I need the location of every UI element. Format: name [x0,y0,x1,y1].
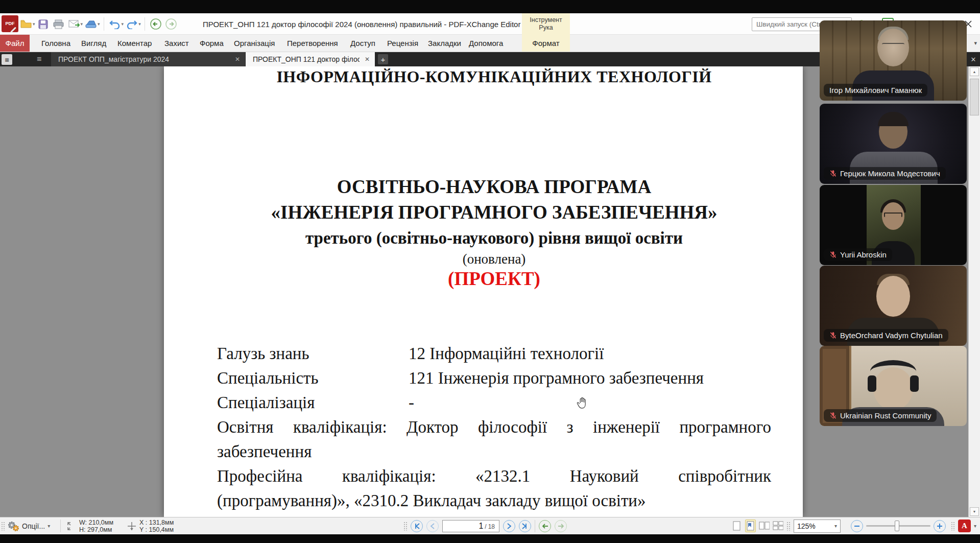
page-separator: / [485,523,486,530]
tabbar-close-icon[interactable]: ✕ [967,52,979,66]
doc-draft-label: (ПРОЕКТ) [217,268,771,290]
menu-organize[interactable]: Організація [231,35,278,52]
first-page-button[interactable] [411,520,423,532]
undo-dropdown-icon[interactable]: ▾ [122,21,124,27]
statusbar-separator [535,520,535,532]
zoom-dropdown-icon: ▾ [834,523,837,529]
zoom-out-button[interactable] [851,520,863,532]
quick-access-toolbar: ▾ ▾ ▾ ▾ ▾ [18,13,179,35]
tab-close-icon[interactable]: ✕ [360,56,370,63]
tab-label: ПРОЕКТ_ОНП 121 доктор філософії 2024 (он… [253,55,360,63]
redo-icon[interactable] [125,17,138,31]
zoom-in-button[interactable] [934,520,946,532]
history-back-icon[interactable] [149,17,162,31]
toolbar-chevron-icon[interactable]: ▾ [974,40,977,46]
current-page-value: 1 [479,522,483,531]
menu-convert[interactable]: Перетворення [284,35,341,52]
menu-bookmarks[interactable]: Закладки [425,35,464,52]
tab-proekt-opp[interactable]: ПРОЕКТ ОПП_магістратури 2024 ✕ [51,52,245,66]
two-page-continuous-view-icon[interactable] [773,520,783,532]
zoom-slider[interactable] [866,525,930,527]
menu-protect[interactable]: Захист [161,35,192,52]
next-page-button[interactable] [503,520,515,532]
menu-format[interactable]: Формат [522,35,570,52]
muted-mic-icon [829,170,837,177]
vertical-scrollbar[interactable]: ▲ ▼ [968,66,980,517]
options-dropdown-icon: ▾ [47,523,50,529]
scanner-icon[interactable] [84,17,98,31]
continuous-view-icon[interactable] [745,520,756,532]
active-tool-badge: Інструмент Рука [522,13,570,35]
active-tool-line2: Рука [539,24,553,32]
new-tab-button[interactable]: + [378,54,388,64]
participant-name: Yurii Abroskin [840,250,887,259]
menu-home[interactable]: Головна [38,35,74,52]
participant-name: ByteOrchard Vadym Chytulian [840,331,943,340]
email-icon[interactable] [67,17,81,31]
scrollbar-thumb[interactable] [970,79,979,115]
doc-prof-qualification-line2: (програмування)», «2310.2 Викладач закла… [217,491,771,510]
doc-updated-note: (оновлена) [217,251,771,267]
menu-form[interactable]: Форма [197,35,227,52]
letterbox-bottom [0,534,980,543]
field-value: 12 Інформаційні технології [409,344,604,363]
statusbar-separator [60,520,61,532]
zoom-slider-handle[interactable] [895,521,899,531]
two-page-view-icon[interactable] [759,520,770,532]
tab-list-icon[interactable]: ≡ [37,52,41,66]
participant-name-badge: Герцюк Микола Модестович [824,167,946,180]
video-tile-1[interactable]: Ігор Михайлович Гаманюк [820,20,967,101]
email-dropdown-icon[interactable]: ▾ [81,21,83,27]
adobe-reader-icon[interactable]: A [958,520,971,532]
page-size-readout: W: 210,0мм H: 297,0мм [66,517,113,534]
video-tile-3[interactable]: Yurii Abroskin [820,185,967,265]
print-icon[interactable] [52,17,65,31]
redo-dropdown-icon[interactable]: ▾ [138,21,141,27]
save-icon[interactable] [37,17,50,31]
view-forward-button[interactable] [555,520,567,532]
panel-toggle-icon[interactable]: ▦ [2,54,12,65]
options-label: Опції... [22,522,45,530]
tab-proekt-onp-active[interactable]: ПРОЕКТ_ОНП 121 доктор філософії 2024 (он… [246,52,375,66]
statusbar-grip [786,522,791,531]
pdf-page[interactable]: ІНФОРМАЦІЙНО-КОМУНІКАЦІЙНИХ ТЕХНОЛОГІЙ О… [164,66,803,517]
menu-help[interactable]: Допомога [466,35,506,52]
adobe-dropdown-icon[interactable]: ▾ [974,523,976,529]
view-back-button[interactable] [539,520,551,532]
field-value: - [409,393,414,412]
menu-view[interactable]: Вигляд [78,35,109,52]
scanner-dropdown-icon[interactable]: ▾ [98,21,100,27]
video-tile-2[interactable]: Герцюк Микола Модестович [820,104,967,184]
undo-icon[interactable] [108,17,122,31]
toolbar-separator [104,17,104,31]
scroll-up-icon[interactable]: ▲ [970,67,979,76]
muted-mic-icon [829,412,837,419]
participant-name-badge: Yurii Abroskin [824,248,892,261]
field-value: 121 Інженерія програмного забезпечення [409,369,704,388]
menu-accessibility[interactable]: Доступ [347,35,378,52]
menu-comment[interactable]: Коментар [114,35,155,52]
previous-page-button[interactable] [426,520,439,532]
single-page-view-icon[interactable] [731,520,742,532]
video-tile-4[interactable]: ByteOrchard Vadym Chytulian [820,266,967,346]
menu-file[interactable]: Файл [0,35,30,52]
open-folder-icon[interactable] [19,17,33,31]
statusbar-grip [403,522,408,531]
page-size-icon [66,521,77,531]
zoom-level-select[interactable]: 125% ▾ [794,520,841,533]
video-tile-5[interactable]: Ukrainian Rust Community [820,346,967,426]
participant-name-badge: Ігор Михайлович Гаманюк [824,84,927,97]
page-number-input[interactable]: 1 / 18 [442,520,499,532]
statusbar-grip [951,522,955,531]
scroll-down-icon[interactable]: ▼ [970,507,979,516]
history-forward-icon[interactable] [164,17,178,31]
statusbar: Опції... ▾ W: 210,0мм H: 297,0мм X : 131… [0,517,980,534]
participant-name: Ігор Михайлович Гаманюк [829,86,922,95]
last-page-button[interactable] [519,520,531,532]
menu-review[interactable]: Рецензія [384,35,421,52]
doc-field-specialnist: Спеціальність 121 Інженерія програмного … [217,369,771,388]
open-dropdown-icon[interactable]: ▾ [33,21,35,27]
field-label: Спеціальність [217,369,319,387]
options-button[interactable]: Опції... ▾ [7,517,50,534]
tab-close-icon[interactable]: ✕ [230,56,240,63]
